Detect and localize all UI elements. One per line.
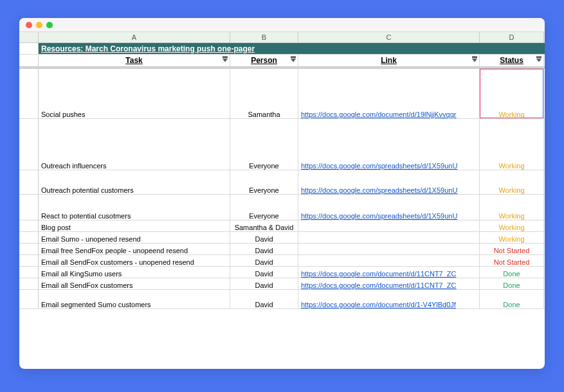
person-text: David [255,270,273,278]
cell-task[interactable]: Email free SendFox people - unopeend res… [39,244,230,254]
task-text: Email all KingSumo users [41,270,122,278]
link-anchor[interactable]: https://docs.google.com/document/d/11CNT… [301,281,457,289]
cell-task[interactable]: Outreach potential customers [39,170,230,194]
cell-task[interactable]: Email all KingSumo users [39,267,230,278]
table-row[interactable]: Email all SendFox customers - unopened r… [19,255,545,267]
cell-person[interactable]: David [230,255,298,266]
cell-task[interactable]: Blog post [39,220,230,231]
cell-status[interactable]: Working [480,170,544,194]
link-anchor[interactable]: https://docs.google.com/spreadsheets/d/1… [301,162,457,170]
task-text: Outreach potential customers [41,186,134,194]
cell-person[interactable]: Samantha [230,69,298,118]
table-row[interactable]: Email Sumo - unopened resendDavidWorking [19,232,545,244]
header-task[interactable]: Task [39,55,230,66]
column-header-C[interactable]: C [298,32,480,42]
cell-task[interactable]: React to potential cusotmers [39,195,230,220]
link-anchor[interactable]: https://docs.google.com/document/d/11CNT… [301,270,457,278]
status-text: Not Started [494,258,530,266]
cell-link[interactable]: https://docs.google.com/spreadsheets/d/1… [298,195,480,220]
status-text: Done [503,270,520,278]
cell-task[interactable]: Email all SendFox customers - unopened r… [39,255,230,266]
cell-link[interactable]: https://docs.google.com/document/d/19lNj… [298,69,480,118]
table-row[interactable]: Email all KingSumo usersDavidhttps://doc… [19,267,545,278]
cell-status[interactable]: Not Started [480,255,544,266]
person-text: Samantha [248,111,280,118]
header-person[interactable]: Person [230,55,298,66]
spreadsheet-window: A B C D Resources: March Coronavirus mar… [19,18,545,369]
cell-status[interactable]: Done [480,290,544,308]
cell-person[interactable]: David [230,290,298,308]
table-row[interactable]: Email segmented Sumo customersDavidhttps… [19,290,545,309]
status-text: Done [503,301,520,308]
cell-task[interactable]: Outreach influencers [39,119,230,170]
sheet-title-cell[interactable]: Resources: March Coronavirus marketing p… [39,43,544,54]
cell-link[interactable]: https://docs.google.com/document/d/11CNT… [298,267,480,278]
status-text: Working [498,162,524,170]
cell-link[interactable]: https://docs.google.com/document/d/11CNT… [298,278,480,289]
filter-icon[interactable] [291,59,296,62]
column-header-A[interactable]: A [39,32,230,42]
cell-link[interactable]: https://docs.google.com/spreadsheets/d/1… [298,119,480,170]
filter-icon[interactable] [472,59,477,62]
column-header-B[interactable]: B [230,32,298,42]
cell-link[interactable]: https://docs.google.com/document/d/1-V4Y… [298,290,480,308]
link-anchor[interactable]: https://docs.google.com/document/d/1-V4Y… [301,301,456,308]
cell-link[interactable] [298,244,480,254]
minimize-icon[interactable] [36,22,42,28]
close-icon[interactable] [26,22,32,28]
table-header-row: Task Person Link Status [19,55,545,67]
task-text: Blog post [41,224,71,231]
filter-icon[interactable] [536,59,541,62]
cell-status[interactable]: Working [480,195,544,220]
cell-status[interactable]: Done [480,267,544,278]
table-row[interactable]: Outreach potential customersEveryonehttp… [19,170,545,195]
cell-task[interactable]: Email all SendFox customers [39,278,230,289]
status-text: Working [498,224,524,231]
link-anchor[interactable]: https://docs.google.com/spreadsheets/d/1… [301,186,457,194]
table-row[interactable]: Blog postSamantha & DavidWorking [19,220,545,232]
cell-person[interactable]: Everyone [230,170,298,194]
cell-person[interactable]: David [230,267,298,278]
cell-person[interactable]: Samantha & David [230,220,298,231]
sheet-title-row[interactable]: Resources: March Coronavirus marketing p… [19,43,545,55]
cell-status[interactable]: Working [480,119,544,170]
task-text: Social pushes [41,111,86,118]
person-text: David [255,247,273,254]
maximize-icon[interactable] [46,22,53,28]
cell-person[interactable]: David [230,232,298,243]
status-text: Working [498,111,524,118]
table-row[interactable]: Email free SendFox people - unopeend res… [19,244,545,255]
filter-icon[interactable] [223,59,228,62]
cell-person[interactable]: Everyone [230,195,298,220]
cell-person[interactable]: Everyone [230,119,298,170]
cell-status[interactable]: Working [480,69,544,118]
cell-task[interactable]: Email segmented Sumo customers [39,290,230,308]
status-text: Working [498,235,524,243]
table-row[interactable]: Outreach influencersEveryonehttps://docs… [19,119,545,170]
cell-link[interactable] [298,232,480,243]
select-all-corner[interactable] [19,32,39,42]
cell-status[interactable]: Not Started [480,244,544,254]
cell-status[interactable]: Working [480,232,544,243]
person-text: Samantha & David [235,224,294,231]
link-anchor[interactable]: https://docs.google.com/spreadsheets/d/1… [301,212,457,220]
cell-link[interactable]: https://docs.google.com/spreadsheets/d/1… [298,170,480,194]
column-header-D[interactable]: D [480,32,544,42]
cell-status[interactable]: Done [480,278,544,289]
cell-person[interactable]: David [230,244,298,254]
cell-task[interactable]: Social pushes [39,69,230,118]
cell-status[interactable]: Working [480,220,544,231]
cell-person[interactable]: David [230,278,298,289]
cell-link[interactable] [298,220,480,231]
column-header-row: A B C D [19,32,545,43]
link-anchor[interactable]: https://docs.google.com/document/d/19lNj… [301,111,457,118]
cell-link[interactable] [298,255,480,266]
table-row[interactable]: React to potential cusotmersEveryonehttp… [19,195,545,220]
table-row[interactable]: Social pushesSamanthahttps://docs.google… [19,69,545,119]
header-status[interactable]: Status [480,55,544,66]
cell-task[interactable]: Email Sumo - unopened resend [39,232,230,243]
table-row[interactable]: Email all SendFox customersDavidhttps://… [19,278,545,290]
header-link[interactable]: Link [298,55,480,66]
person-text: Everyone [249,212,278,220]
task-text: Email free SendFox people - unopeend res… [41,247,188,254]
